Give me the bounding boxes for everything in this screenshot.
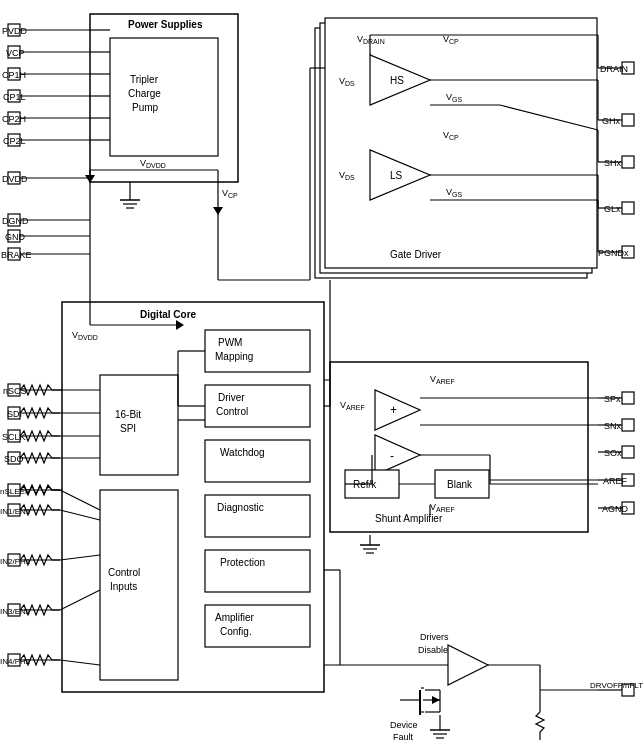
svg-text:PGNDx: PGNDx [598, 248, 629, 258]
svg-text:CP: CP [449, 134, 459, 141]
svg-text:Blank: Blank [447, 479, 473, 490]
svg-text:Driver: Driver [218, 392, 245, 403]
svg-text:DRVOFF/nFLT: DRVOFF/nFLT [590, 681, 643, 690]
svg-text:DVDD: DVDD [2, 174, 28, 184]
svg-text:DGND: DGND [2, 216, 29, 226]
svg-text:Pump: Pump [132, 102, 159, 113]
svg-text:16-Bit: 16-Bit [115, 409, 141, 420]
svg-text:AGND: AGND [602, 504, 629, 514]
svg-text:SOx: SOx [604, 448, 622, 458]
svg-text:DRAIN: DRAIN [363, 38, 385, 45]
svg-rect-77 [622, 419, 634, 431]
svg-text:GS: GS [452, 96, 462, 103]
svg-text:Device: Device [390, 720, 418, 730]
svg-text:Gate Driver: Gate Driver [390, 249, 442, 260]
svg-text:AREF: AREF [603, 476, 628, 486]
svg-text:SNx: SNx [604, 421, 622, 431]
svg-text:DVDD: DVDD [78, 334, 98, 341]
svg-text:GHx: GHx [602, 116, 621, 126]
svg-text:CP2L: CP2L [3, 136, 26, 146]
svg-text:SPx: SPx [604, 394, 621, 404]
svg-text:CP: CP [228, 192, 238, 199]
svg-text:VCP: VCP [6, 48, 25, 58]
svg-rect-80 [622, 446, 634, 458]
svg-text:SDO: SDO [4, 454, 24, 464]
svg-text:Power Supplies: Power Supplies [128, 19, 203, 30]
svg-text:Inputs: Inputs [110, 581, 137, 592]
svg-text:Watchdog: Watchdog [220, 447, 265, 458]
svg-text:AREF: AREF [436, 378, 455, 385]
svg-text:nSCS: nSCS [3, 386, 27, 396]
svg-text:Tripler: Tripler [130, 74, 159, 85]
svg-text:Shunt Amplifier: Shunt Amplifier [375, 513, 443, 524]
svg-text:Digital Core: Digital Core [140, 309, 197, 320]
svg-text:SHx: SHx [604, 158, 622, 168]
svg-rect-93 [110, 38, 218, 156]
svg-text:CP1H: CP1H [2, 70, 26, 80]
svg-rect-155 [100, 375, 178, 475]
svg-rect-68 [622, 202, 634, 214]
svg-text:GND: GND [5, 232, 26, 242]
svg-text:Control: Control [216, 406, 248, 417]
svg-text:Protection: Protection [220, 557, 265, 568]
svg-rect-193 [330, 362, 588, 532]
svg-text:LS: LS [390, 170, 403, 181]
svg-text:HS: HS [390, 75, 404, 86]
svg-text:Diagnostic: Diagnostic [217, 502, 264, 513]
svg-text:Disable: Disable [418, 645, 448, 655]
svg-text:PWM: PWM [218, 337, 242, 348]
svg-text:Fault: Fault [393, 732, 414, 742]
svg-text:AREF: AREF [436, 506, 455, 513]
svg-text:PVDD: PVDD [2, 26, 28, 36]
svg-text:Control: Control [108, 567, 140, 578]
svg-text:AREF: AREF [346, 404, 365, 411]
svg-text:BRAKE: BRAKE [1, 250, 32, 260]
svg-text:-: - [390, 449, 394, 463]
svg-text:SPI: SPI [120, 423, 136, 434]
svg-text:Charge: Charge [128, 88, 161, 99]
svg-text:Config.: Config. [220, 626, 252, 637]
block-diagram: PVDD VCP CP1H CP1L CP2H CP2L DVDD DGND G… [0, 0, 643, 745]
svg-text:DRAIN: DRAIN [600, 64, 628, 74]
svg-text:+: + [390, 403, 397, 417]
svg-rect-65 [622, 156, 634, 168]
svg-text:DS: DS [345, 174, 355, 181]
svg-rect-119 [325, 18, 597, 268]
svg-text:GLx: GLx [604, 204, 621, 214]
svg-text:GS: GS [452, 191, 462, 198]
svg-text:CP1L: CP1L [3, 92, 26, 102]
svg-text:Drivers: Drivers [420, 632, 449, 642]
svg-rect-74 [622, 392, 634, 404]
svg-text:Mapping: Mapping [215, 351, 253, 362]
svg-text:CP2H: CP2H [2, 114, 26, 124]
svg-text:CP: CP [449, 38, 459, 45]
svg-rect-62 [622, 114, 634, 126]
svg-text:DS: DS [345, 80, 355, 87]
svg-text:DVDD: DVDD [146, 162, 166, 169]
svg-text:Amplifier: Amplifier [215, 612, 255, 623]
svg-text:SDI: SDI [7, 409, 22, 419]
